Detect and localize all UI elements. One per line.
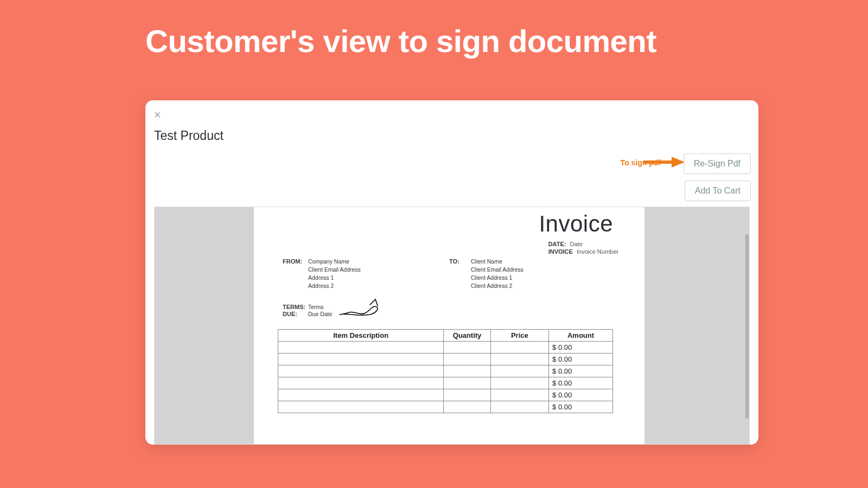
cell-desc [278, 354, 444, 365]
table-row: $ 0.00 [278, 365, 613, 377]
cell-desc [278, 401, 444, 413]
from-line: Address 2 [308, 282, 361, 289]
cell-price [490, 354, 548, 365]
cell-desc [278, 365, 444, 377]
terms-value: Terms [308, 304, 324, 310]
document-modal: × Test Product Re-Sign Pdf Add To Cart T… [145, 100, 758, 445]
preview-scrollbar[interactable] [745, 234, 749, 419]
pdf-preview-pane[interactable]: Invoice DATE: Date INVOICE Invoice Numbe… [154, 207, 750, 445]
cell-qty [444, 389, 490, 401]
meta-date-label: DATE: [548, 241, 566, 247]
table-row: $ 0.00 [278, 342, 613, 354]
close-icon[interactable]: × [154, 109, 161, 121]
cell-qty [444, 354, 490, 365]
cell-qty [444, 365, 490, 377]
cell-amount: $ 0.00 [549, 354, 613, 365]
add-to-cart-button[interactable]: Add To Cart [685, 181, 751, 201]
cell-price [490, 365, 548, 377]
svg-marker-1 [672, 157, 685, 168]
table-row: $ 0.00 [278, 389, 613, 401]
cell-desc [278, 377, 444, 389]
to-label: TO: [449, 258, 459, 265]
cell-desc [278, 389, 444, 401]
cell-qty [444, 401, 490, 413]
meta-num-label: INVOICE [548, 248, 573, 255]
table-row: $ 0.00 [278, 377, 613, 389]
cell-amount: $ 0.00 [549, 365, 613, 377]
col-header-desc: Item Description [278, 330, 444, 342]
to-line: Client Address 2 [471, 282, 524, 289]
product-title: Test Product [154, 129, 224, 143]
terms-label: TERMS: [283, 304, 305, 310]
cell-amount: $ 0.00 [549, 401, 613, 413]
invoice-table: Item Description Quantity Price Amount $… [278, 329, 613, 413]
cell-qty [444, 377, 490, 389]
invoice-title: Invoice [539, 211, 613, 237]
to-lines: Client Name Client Email Address Client … [471, 258, 524, 291]
cell-desc [278, 342, 444, 354]
due-label: DUE: [283, 311, 297, 317]
meta-num-value: Invoice Number [577, 248, 618, 255]
page-heading: Customer's view to sign document [145, 23, 656, 59]
cell-amount: $ 0.00 [549, 342, 613, 354]
cell-amount: $ 0.00 [549, 389, 613, 401]
meta-date-value: Date [570, 241, 583, 247]
to-line: Client Name [471, 258, 524, 265]
col-header-qty: Quantity [444, 330, 490, 342]
table-row: $ 0.00 [278, 354, 613, 365]
from-lines: Company Name Client Email Address Addres… [308, 258, 361, 291]
cell-qty [444, 342, 490, 354]
cell-amount: $ 0.00 [549, 377, 613, 389]
from-line: Client Email Address [308, 266, 361, 273]
cell-price [490, 401, 548, 413]
invoice-table-wrap: Item Description Quantity Price Amount $… [278, 329, 613, 413]
to-line: Client Address 1 [471, 274, 524, 281]
signature-scribble-icon [337, 298, 392, 318]
to-line: Client Email Address [471, 266, 524, 273]
from-line: Company Name [308, 258, 361, 265]
arrow-right-icon [643, 156, 685, 169]
from-label: FROM: [283, 258, 302, 265]
invoice-meta: DATE: Date INVOICE Invoice Number [548, 241, 618, 256]
from-line: Address 1 [308, 274, 361, 281]
cell-price [490, 377, 548, 389]
due-value: Due Date [308, 311, 332, 317]
table-row: $ 0.00 [278, 401, 613, 413]
cell-price [490, 389, 548, 401]
cell-price [490, 342, 548, 354]
resign-pdf-button[interactable]: Re-Sign Pdf [684, 153, 751, 174]
col-header-amount: Amount [549, 330, 613, 342]
invoice-page: Invoice DATE: Date INVOICE Invoice Numbe… [254, 207, 644, 444]
col-header-price: Price [490, 330, 548, 342]
